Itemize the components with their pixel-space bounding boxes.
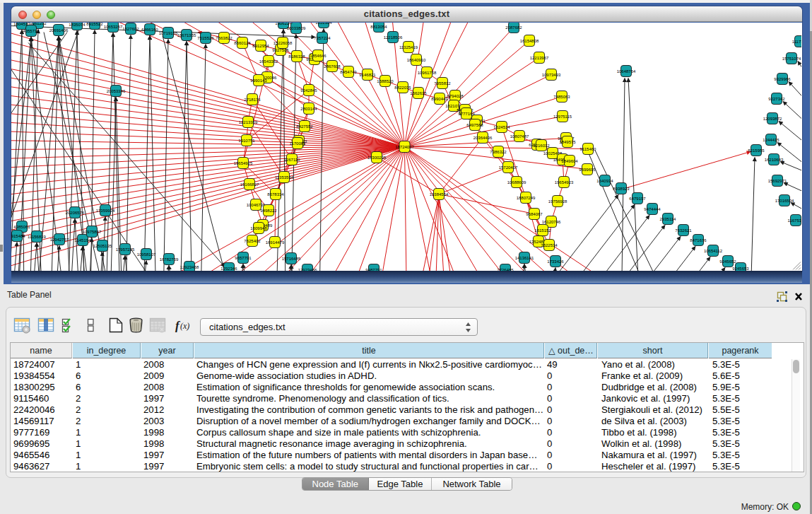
svg-text:3915484: 3915484 [11,234,25,238]
svg-text:14136141: 14136141 [515,256,534,260]
svg-text:9329966: 9329966 [774,77,791,81]
svg-text:15720407: 15720407 [499,165,518,170]
svg-text:1244415: 1244415 [763,138,779,142]
svg-text:1849575: 1849575 [559,140,576,144]
svg-text:10648764: 10648764 [617,69,636,74]
svg-text:18807249: 18807249 [517,196,536,200]
svg-text:1851304: 1851304 [315,23,332,25]
svg-text:12975115: 12975115 [553,115,572,119]
svg-text:8660124: 8660124 [234,41,251,45]
svg-text:17359924: 17359924 [96,209,115,213]
svg-text:9498222: 9498222 [260,209,277,213]
svg-text:8427552: 8427552 [296,124,313,129]
svg-text:16914479: 16914479 [266,240,285,245]
svg-text:11156819: 11156819 [28,235,46,239]
svg-text:19654923: 19654923 [555,180,574,185]
svg-text:9990143: 9990143 [250,78,267,83]
svg-text:1910751: 1910751 [238,139,255,143]
svg-text:16782759: 16782759 [160,257,179,262]
svg-text:7515526: 7515526 [197,36,214,40]
svg-text:1292346: 1292346 [220,267,237,271]
svg-text:1170085: 1170085 [290,141,307,146]
svg-text:18724007: 18724007 [395,145,414,149]
svg-text:17957225: 17957225 [116,247,135,252]
svg-text:1588520: 1588520 [377,79,394,83]
svg-text:9227342: 9227342 [768,97,785,101]
svg-text:1562615: 1562615 [410,91,427,95]
svg-text:10653267: 10653267 [104,25,123,29]
svg-text:9245653: 9245653 [732,267,749,271]
svg-text:7386322: 7386322 [490,150,507,154]
svg-text:2087682: 2087682 [505,25,522,30]
svg-text:6479197: 6479197 [629,197,646,201]
svg-text:2718176: 2718176 [244,98,261,102]
svg-text:9487791: 9487791 [365,268,382,271]
svg-text:2935114: 2935114 [660,217,677,221]
svg-text:17016504: 17016504 [775,199,794,203]
svg-text:19654925: 19654925 [234,161,253,165]
svg-text:20691406: 20691406 [49,28,69,33]
svg-text:8990443: 8990443 [431,97,448,101]
svg-text:12213369: 12213369 [239,120,258,124]
svg-text:8912954: 8912954 [252,44,269,48]
svg-text:7663822: 7663822 [216,36,233,40]
svg-text:12942757: 12942757 [50,238,69,242]
svg-text:11353594: 11353594 [275,175,294,180]
svg-text:20364436: 20364436 [473,136,493,140]
svg-text:10654112: 10654112 [704,249,723,253]
svg-text:15226058: 15226058 [273,41,293,45]
svg-text:9115460: 9115460 [580,147,597,151]
svg-text:16154808: 16154808 [520,39,539,43]
svg-text:19166827: 19166827 [240,182,259,187]
svg-text:15716485: 15716485 [282,257,301,261]
svg-text:9245652: 9245652 [719,259,736,264]
svg-text:12093872: 12093872 [763,117,782,121]
svg-text:10807487: 10807487 [510,134,529,139]
svg-text:16120746: 16120746 [542,220,561,224]
svg-text:2867608: 2867608 [324,64,341,69]
svg-text:8186328: 8186328 [288,54,305,59]
svg-text:7485063: 7485063 [553,95,570,99]
svg-text:1615152: 1615152 [534,228,551,233]
svg-text:18300295: 18300295 [367,156,387,160]
svg-text:9699695: 9699695 [579,168,596,172]
svg-text:3267110: 3267110 [284,158,301,162]
svg-text:6466160: 6466160 [141,28,158,32]
svg-text:8215955: 8215955 [748,148,765,153]
svg-text:7632621: 7632621 [675,228,692,233]
svg-text:8454749: 8454749 [340,70,357,74]
svg-text:12923466: 12923466 [298,268,317,271]
svg-text:1145194: 1145194 [75,238,92,243]
svg-text:2803144: 2803144 [300,107,317,111]
svg-text:4055713: 4055713 [23,29,40,33]
svg-text:15692971: 15692971 [768,179,787,183]
svg-text:12505135: 12505135 [93,244,112,248]
svg-text:16033809: 16033809 [287,26,306,30]
svg-text:1117364: 1117364 [792,40,801,44]
svg-text:1906224: 1906224 [275,23,292,25]
svg-text:1640934: 1640934 [596,179,613,183]
svg-text:18640910: 18640910 [407,58,426,62]
svg-text:(x): (x) [180,321,189,331]
svg-text:12923468: 12923468 [180,265,199,269]
svg-text:1167533: 1167533 [788,218,801,223]
svg-text:8938923: 8938923 [613,187,630,191]
svg-text:1527602: 1527602 [122,27,139,31]
svg-text:11325419: 11325419 [399,45,418,49]
svg-text:8813054: 8813054 [370,25,387,29]
svg-text:4385061: 4385061 [13,225,30,229]
svg-text:7522534: 7522534 [541,243,558,247]
svg-text:6497568: 6497568 [466,123,483,127]
svg-text:8822035: 8822035 [394,86,411,90]
svg-text:10973493: 10973493 [542,73,561,77]
svg-text:6794028: 6794028 [447,94,464,98]
svg-text:16543362: 16543362 [259,59,278,64]
svg-text:19756928: 19756928 [548,199,567,204]
svg-text:8678334: 8678334 [267,192,284,197]
svg-text:10958107: 10958107 [137,252,156,257]
svg-text:20053346: 20053346 [107,89,126,93]
svg-text:9146821: 9146821 [359,73,376,77]
svg-text:1624514: 1624514 [493,125,510,129]
svg-text:1733426: 1733426 [547,259,564,264]
svg-text:8915522: 8915522 [86,23,103,26]
